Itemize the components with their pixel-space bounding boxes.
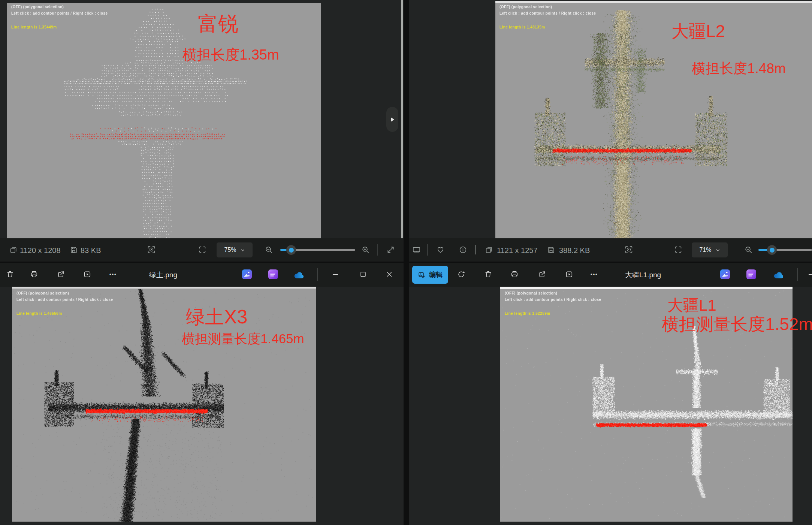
photos-app-icon bbox=[720, 269, 730, 279]
visual-search-icon[interactable] bbox=[624, 245, 633, 254]
minimize-button[interactable] bbox=[809, 274, 812, 275]
file-size-value: 83 KB bbox=[81, 246, 101, 255]
zoom-level-dropdown[interactable]: 75% bbox=[217, 242, 253, 257]
measurement-annotation: 横担测量长度1.52m bbox=[662, 316, 812, 333]
line-length-readout: Line length is 1.48135m bbox=[499, 25, 545, 29]
fit-to-window-icon[interactable] bbox=[674, 245, 683, 254]
visual-search-icon[interactable] bbox=[147, 245, 156, 254]
edit-image-icon bbox=[418, 271, 426, 279]
favorite-heart-icon[interactable] bbox=[436, 245, 445, 254]
onedrive-icon bbox=[293, 271, 305, 279]
delete-icon[interactable] bbox=[484, 270, 492, 278]
window-edge-divider bbox=[401, 0, 403, 262]
window-title: 大疆L1.png bbox=[625, 270, 661, 280]
file-size-value: 388.2 KB bbox=[559, 246, 590, 255]
device-annotation: 绿土X3 bbox=[186, 307, 247, 326]
slideshow-icon[interactable] bbox=[83, 270, 91, 278]
share-icon[interactable] bbox=[538, 270, 546, 278]
photos-app-icon bbox=[242, 269, 252, 279]
edit-button-label: 编辑 bbox=[429, 270, 443, 279]
point-cloud-image-bottom-left[interactable] bbox=[12, 287, 316, 522]
toolbar-separator bbox=[475, 245, 476, 254]
selection-mode-status: (OFF) (polygonal selection) bbox=[505, 291, 557, 295]
selection-hint: Left click : add contour points / Right … bbox=[499, 11, 596, 15]
fit-to-window-icon[interactable] bbox=[198, 245, 207, 254]
clipchamp-app-icon bbox=[746, 269, 756, 279]
device-annotation: 富锐 bbox=[198, 13, 238, 34]
line-length-readout: Line length is 1.35449m bbox=[11, 25, 57, 29]
onedrive-icon bbox=[773, 271, 785, 279]
selection-mode-status: (OFF) (polygonal selection) bbox=[11, 5, 64, 9]
selection-mode-status: (OFF) (polygonal selection) bbox=[499, 5, 552, 9]
chevron-down-icon bbox=[715, 248, 720, 253]
zoom-slider-thumb[interactable] bbox=[286, 245, 296, 255]
zoom-level-dropdown[interactable]: 71% bbox=[692, 242, 728, 257]
file-size-icon bbox=[70, 246, 78, 254]
toolbar-separator bbox=[427, 244, 428, 256]
selection-hint: Left click : add contour points / Right … bbox=[505, 298, 601, 302]
fullscreen-icon[interactable] bbox=[386, 245, 395, 254]
selection-hint: Left click : add contour points / Right … bbox=[11, 11, 108, 15]
info-icon[interactable] bbox=[459, 245, 467, 254]
edit-button[interactable]: 编辑 bbox=[412, 266, 448, 284]
measurement-annotation: 横担长度1.35m bbox=[182, 48, 279, 62]
clipchamp-app-icon bbox=[268, 269, 278, 279]
window-title: 绿土.png bbox=[149, 270, 177, 280]
titlebar-separator bbox=[317, 268, 318, 281]
point-cloud-image-top-right[interactable] bbox=[495, 3, 812, 238]
chevron-down-icon bbox=[240, 248, 245, 253]
zoom-slider-thumb[interactable] bbox=[767, 245, 777, 255]
image-dimensions-icon bbox=[485, 246, 493, 254]
image-dimensions-value: 1121 x 1257 bbox=[497, 246, 538, 255]
file-size-icon bbox=[547, 246, 555, 254]
slideshow-icon[interactable] bbox=[565, 270, 573, 278]
selection-hint: Left click : add contour points / Right … bbox=[16, 298, 113, 302]
share-icon[interactable] bbox=[57, 270, 65, 278]
line-length-readout: Line length is 1.52259m bbox=[505, 311, 550, 316]
filmstrip-toggle-icon[interactable] bbox=[412, 245, 421, 254]
device-annotation: 大疆L1 bbox=[667, 298, 716, 313]
zoom-out-icon[interactable] bbox=[265, 245, 273, 254]
image-dimensions-icon bbox=[9, 246, 18, 254]
delete-icon[interactable] bbox=[6, 270, 14, 278]
filmstrip-flyout-button[interactable] bbox=[386, 107, 398, 132]
play-arrow-icon bbox=[389, 117, 395, 123]
zoom-level-value: 71% bbox=[699, 247, 711, 253]
zoom-in-icon[interactable] bbox=[361, 245, 370, 254]
minimize-button[interactable] bbox=[331, 270, 339, 278]
selection-mode-status: (OFF) (polygonal selection) bbox=[16, 291, 69, 295]
toolbar-separator bbox=[377, 244, 378, 256]
more-options-button[interactable]: ••• bbox=[591, 271, 598, 277]
print-icon[interactable] bbox=[510, 270, 519, 278]
rotate-icon[interactable] bbox=[457, 270, 465, 278]
point-cloud-image-top-left[interactable] bbox=[7, 3, 321, 238]
photos-windows-grid: (OFF) (polygonal selection) Left click :… bbox=[0, 0, 812, 525]
zoom-level-value: 75% bbox=[224, 247, 236, 253]
line-length-readout: Line length is 1.46556m bbox=[16, 311, 62, 316]
print-icon[interactable] bbox=[30, 270, 38, 278]
zoom-out-icon[interactable] bbox=[744, 245, 753, 254]
image-dimensions-value: 1120 x 1208 bbox=[20, 246, 61, 255]
maximize-button[interactable] bbox=[359, 270, 367, 278]
measurement-annotation: 横担测量长度1.465m bbox=[182, 332, 304, 345]
close-button[interactable] bbox=[385, 270, 393, 278]
measurement-annotation: 横担长度1.48m bbox=[692, 61, 786, 75]
more-options-button[interactable]: ••• bbox=[109, 271, 117, 277]
device-annotation: 大疆L2 bbox=[671, 22, 725, 40]
titlebar-separator bbox=[797, 268, 798, 281]
